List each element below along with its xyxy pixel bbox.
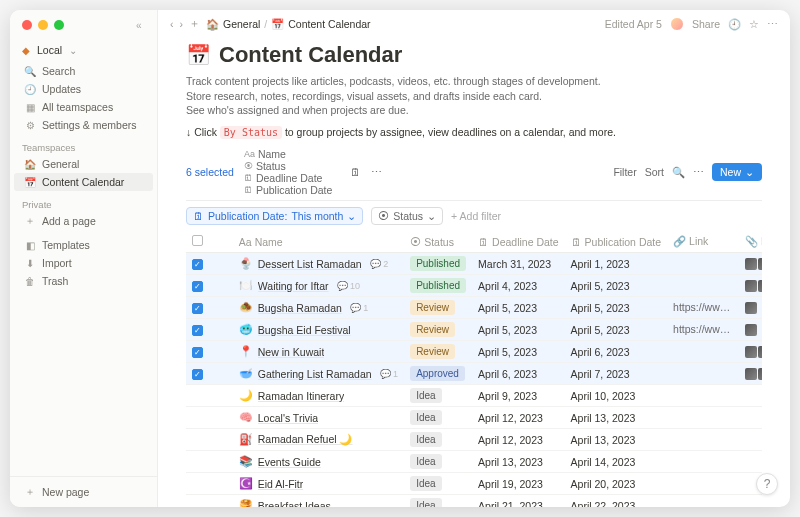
row-title[interactable]: Bugsha Eid Festival xyxy=(258,324,351,336)
media-cell[interactable] xyxy=(739,385,762,407)
row-name-cell[interactable]: 🍽️Waiting for Iftar💬 10 xyxy=(239,279,398,292)
table-row[interactable]: ✓🥣Gathering List Ramadan💬 1ApprovedApril… xyxy=(186,363,762,385)
publication-cell[interactable]: April 7, 2023 xyxy=(565,363,667,385)
breadcrumb[interactable]: 🏠 General / 📅 Content Calendar xyxy=(206,18,371,31)
page-icon[interactable]: 📅 xyxy=(186,43,211,67)
link-cell[interactable] xyxy=(667,253,739,275)
row-name-cell[interactable]: 🥣Gathering List Ramadan💬 1 xyxy=(239,367,398,380)
row-name-cell[interactable]: 🥞Breakfast Ideas xyxy=(239,499,398,507)
filter-publication-date[interactable]: 🗓 Publication Date: This month ⌄ xyxy=(186,207,363,225)
sidebar-item-general[interactable]: 🏠General xyxy=(14,155,153,173)
view-tab-name[interactable]: Aa Name xyxy=(244,148,332,160)
media-cell[interactable] xyxy=(739,363,762,385)
table-row[interactable]: ✓🍨Dessert List Ramadan💬 2PublishedMarch … xyxy=(186,253,762,275)
media-thumb[interactable] xyxy=(758,280,762,292)
link-cell[interactable] xyxy=(667,495,739,507)
breadcrumb-item[interactable]: General xyxy=(223,18,260,30)
link-cell[interactable]: https://www.ir xyxy=(667,297,739,319)
more-views-icon[interactable]: 🗓 xyxy=(350,166,361,178)
view-options-icon[interactable]: ⋯ xyxy=(693,166,704,178)
link-cell[interactable]: https://www.ir xyxy=(667,319,739,341)
comment-count[interactable]: 💬 2 xyxy=(370,259,389,269)
row-name-cell[interactable]: ☪️Eid Al-Fitr xyxy=(239,477,398,490)
view-tab-deadline-date[interactable]: 🗓 Deadline Date xyxy=(244,172,332,184)
row-title[interactable]: New in Kuwait xyxy=(258,346,325,358)
sidebar-item-all-teamspaces[interactable]: ▦All teamspaces xyxy=(14,98,153,116)
table-row[interactable]: ✓🥶Bugsha Eid FestivalReviewApril 5, 2023… xyxy=(186,319,762,341)
avatar[interactable] xyxy=(670,17,684,31)
status-tag[interactable]: Idea xyxy=(410,476,441,491)
row-name-cell[interactable]: 🌙Ramadan Itinerary xyxy=(239,389,398,402)
media-thumb[interactable] xyxy=(745,368,757,380)
sidebar-item-search[interactable]: 🔍Search xyxy=(14,62,153,80)
sidebar-item-add-a-page[interactable]: ＋Add a page xyxy=(14,212,153,230)
breadcrumb-item[interactable]: Content Calendar xyxy=(288,18,370,30)
deadline-cell[interactable]: April 4, 2023 xyxy=(472,275,565,297)
sidebar-item-import[interactable]: ⬇Import xyxy=(14,254,153,272)
publication-cell[interactable]: April 13, 2023 xyxy=(565,407,667,429)
new-page-button[interactable]: ＋ New page xyxy=(14,483,153,501)
row-checkbox[interactable]: ✓ xyxy=(192,325,203,336)
status-tag[interactable]: Idea xyxy=(410,454,441,469)
media-thumb[interactable] xyxy=(745,346,757,358)
favorite-icon[interactable]: ☆ xyxy=(749,18,759,30)
comment-count[interactable]: 💬 1 xyxy=(380,369,399,379)
link-cell[interactable] xyxy=(667,341,739,363)
link-cell[interactable] xyxy=(667,275,739,297)
row-title[interactable]: Waiting for Iftar xyxy=(258,280,329,292)
media-thumb[interactable] xyxy=(745,280,757,292)
status-tag[interactable]: Review xyxy=(410,300,455,315)
nav-back-icon[interactable]: ‹ xyxy=(170,18,174,30)
media-cell[interactable] xyxy=(739,429,762,451)
publication-cell[interactable]: April 13, 2023 xyxy=(565,429,667,451)
media-cell[interactable] xyxy=(739,495,762,507)
row-checkbox[interactable]: ✓ xyxy=(192,259,203,270)
deadline-cell[interactable]: April 12, 2023 xyxy=(472,407,565,429)
row-checkbox[interactable]: ✓ xyxy=(192,369,203,380)
media-cell[interactable] xyxy=(739,319,762,341)
row-title[interactable]: Breakfast Ideas xyxy=(258,500,331,507)
row-name-cell[interactable]: ⛽Ramadan Refuel 🌙 xyxy=(239,433,398,446)
comment-count[interactable]: 💬 10 xyxy=(337,281,361,291)
filter-status[interactable]: ⦿ Status ⌄ xyxy=(371,207,443,225)
view-tab-status[interactable]: ⦿ Status xyxy=(244,160,332,172)
row-title[interactable]: Dessert List Ramadan xyxy=(258,258,362,270)
media-cell[interactable] xyxy=(739,275,762,297)
more-icon[interactable]: ⋯ xyxy=(767,18,778,30)
collapse-sidebar-icon[interactable]: « xyxy=(136,20,142,31)
media-thumb[interactable] xyxy=(745,258,757,270)
filter-button[interactable]: Filter xyxy=(613,166,636,178)
row-title[interactable]: Eid Al-Fitr xyxy=(258,478,304,490)
status-tag[interactable]: Idea xyxy=(410,432,441,447)
row-name-cell[interactable]: 🧆Bugsha Ramadan💬 1 xyxy=(239,301,398,314)
table-row[interactable]: ✓📍New in KuwaitReviewApril 5, 2023April … xyxy=(186,341,762,363)
col-status[interactable]: ⦿Status xyxy=(404,231,472,253)
search-icon[interactable]: 🔍 xyxy=(672,166,685,179)
sidebar-item-templates[interactable]: ◧Templates xyxy=(14,236,153,254)
sidebar-item-trash[interactable]: 🗑Trash xyxy=(14,272,153,290)
deadline-cell[interactable]: April 5, 2023 xyxy=(472,319,565,341)
window-controls[interactable] xyxy=(22,20,64,30)
row-name-cell[interactable]: 🍨Dessert List Ramadan💬 2 xyxy=(239,257,398,270)
table-row[interactable]: ＋ ⋮⋮☪️Eid Al-FitrIdeaApril 19, 2023April… xyxy=(186,473,762,495)
media-cell[interactable] xyxy=(739,451,762,473)
workspace-switcher[interactable]: ◆ Local ⌄ xyxy=(10,40,157,62)
status-tag[interactable]: Idea xyxy=(410,410,441,425)
link-cell[interactable] xyxy=(667,407,739,429)
updates-icon[interactable]: 🕘 xyxy=(728,18,741,31)
publication-cell[interactable]: April 1, 2023 xyxy=(565,253,667,275)
sidebar-item-settings-members[interactable]: ⚙Settings & members xyxy=(14,116,153,134)
new-button[interactable]: New ⌄ xyxy=(712,163,762,181)
add-filter-button[interactable]: + Add filter xyxy=(451,210,501,222)
publication-cell[interactable]: April 5, 2023 xyxy=(565,275,667,297)
media-thumb[interactable] xyxy=(745,302,757,314)
deadline-cell[interactable]: March 31, 2023 xyxy=(472,253,565,275)
row-checkbox[interactable]: ✓ xyxy=(192,281,203,292)
media-cell[interactable] xyxy=(739,341,762,363)
publication-cell[interactable]: April 6, 2023 xyxy=(565,341,667,363)
deadline-cell[interactable]: April 13, 2023 xyxy=(472,451,565,473)
comment-count[interactable]: 💬 1 xyxy=(350,303,369,313)
link-cell[interactable] xyxy=(667,429,739,451)
row-title[interactable]: Ramadan Refuel 🌙 xyxy=(258,433,353,446)
deadline-cell[interactable]: April 6, 2023 xyxy=(472,363,565,385)
